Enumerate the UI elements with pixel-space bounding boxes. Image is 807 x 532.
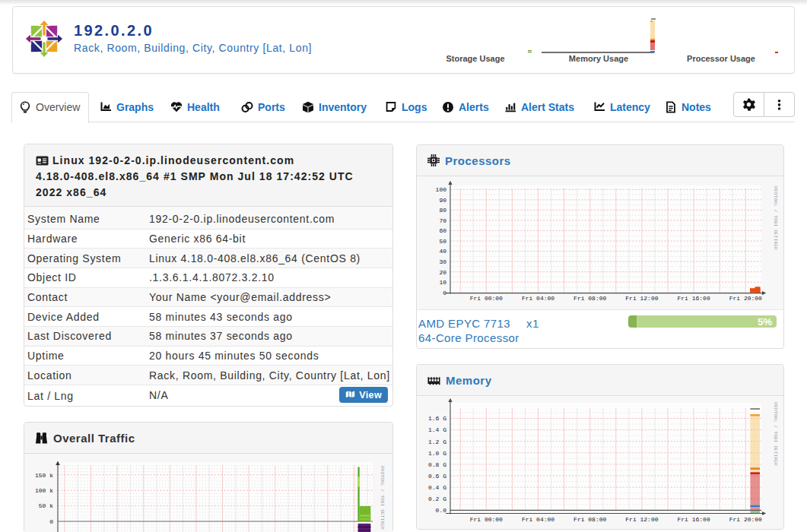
svg-text:RRDTOOL / TOBI OETIKER: RRDTOOL / TOBI OETIKER <box>380 466 385 530</box>
svg-text:Fri 12:00: Fri 12:00 <box>625 516 658 523</box>
svg-text:50 k: 50 k <box>39 502 53 509</box>
svg-text:0.8 G: 0.8 G <box>428 461 446 468</box>
svg-text:0.6 G: 0.6 G <box>428 473 446 480</box>
svg-text:Fri 16:00: Fri 16:00 <box>677 295 710 302</box>
svg-text:90: 90 <box>439 197 446 204</box>
svg-text:Fri 20:00: Fri 20:00 <box>729 516 762 523</box>
svg-text:30: 30 <box>439 258 446 265</box>
svg-text:10: 10 <box>439 279 446 286</box>
svg-text:0.2 G: 0.2 G <box>428 496 446 502</box>
svg-text:100 k: 100 k <box>35 487 53 494</box>
svg-text:1.0 G: 1.0 G <box>428 450 446 457</box>
svg-text:50: 50 <box>439 238 446 245</box>
svg-text:0.0: 0.0 <box>436 507 447 514</box>
svg-text:40: 40 <box>439 248 446 255</box>
svg-text:Fri 00:00: Fri 00:00 <box>470 295 503 302</box>
svg-text:80: 80 <box>439 207 446 214</box>
svg-text:1.6 G: 1.6 G <box>428 415 446 422</box>
svg-text:1.4 G: 1.4 G <box>428 426 446 433</box>
svg-text:RRDTOOL / TOBI OETIKER: RRDTOOL / TOBI OETIKER <box>773 402 778 466</box>
svg-text:Fri 12:00: Fri 12:00 <box>625 295 658 302</box>
svg-text:Fri 04:00: Fri 04:00 <box>522 295 554 302</box>
svg-text:0.4 G: 0.4 G <box>428 484 446 491</box>
svg-text:100: 100 <box>436 186 447 193</box>
svg-text:20: 20 <box>439 269 446 276</box>
svg-text:Fri 16:00: Fri 16:00 <box>677 516 710 523</box>
svg-text:Fri 04:00: Fri 04:00 <box>522 516 554 523</box>
svg-text:Fri 08:00: Fri 08:00 <box>573 295 606 302</box>
svg-text:Fri 08:00: Fri 08:00 <box>573 516 606 523</box>
svg-text:70: 70 <box>439 217 446 224</box>
svg-text:60: 60 <box>439 227 446 234</box>
svg-text:150 k: 150 k <box>35 472 53 479</box>
svg-text:Fri 00:00: Fri 00:00 <box>470 516 503 523</box>
svg-text:Fri 20:00: Fri 20:00 <box>729 295 762 302</box>
svg-text:0: 0 <box>443 290 446 296</box>
svg-text:1.2 G: 1.2 G <box>428 439 446 445</box>
svg-text:RRDTOOL / TOBI OETIKER: RRDTOOL / TOBI OETIKER <box>773 186 778 250</box>
svg-text:0: 0 <box>49 518 53 525</box>
